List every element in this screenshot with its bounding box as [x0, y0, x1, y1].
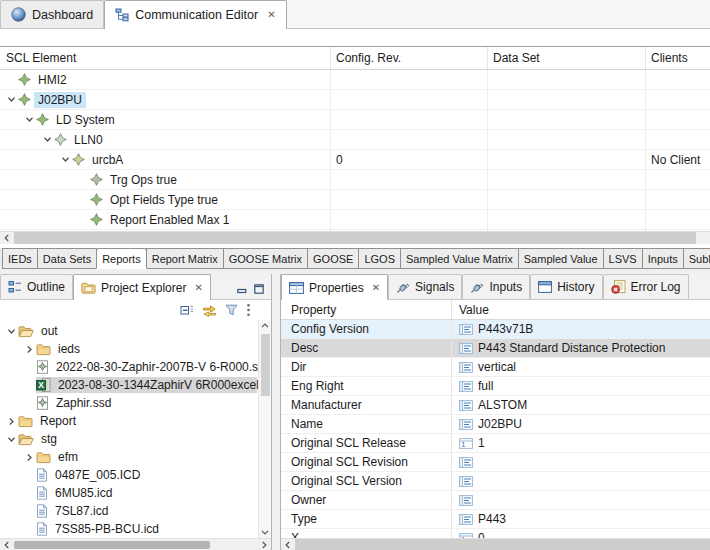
scrollbar-thumb[interactable]	[261, 334, 270, 396]
vertical-sash[interactable]	[272, 274, 280, 550]
editor-tab-communication-editor[interactable]: Communication Editor✕	[104, 0, 286, 29]
expander-icon[interactable]	[4, 326, 18, 337]
scl-table-header: SCL Element Config. Rev. Data Set Client…	[0, 47, 710, 70]
editor-horizontal-scrollbar[interactable]	[0, 231, 710, 244]
property-row-original-scl-release[interactable]: Original SCL Release11	[281, 434, 710, 453]
bottom-tab-reports[interactable]: Reports	[96, 248, 147, 269]
scl-element-cell: LLN0	[0, 130, 330, 149]
properties-tab-label: History	[557, 280, 594, 294]
scroll-left-icon[interactable]	[0, 232, 14, 244]
property-row-dir[interactable]: Dirvertical	[281, 358, 710, 377]
property-row-manufacturer[interactable]: ManufacturerALSTOM	[281, 396, 710, 415]
scrollbar-thumb[interactable]	[14, 232, 696, 244]
minimize-icon[interactable]	[237, 284, 247, 294]
tree-item-2023-08-30-1344zaphirv-6r000excell[interactable]: X2023-08-30-1344ZaphirV 6R000excell	[0, 376, 271, 394]
tree-item-report[interactable]: Report	[0, 412, 271, 430]
bottom-tab-lgos[interactable]: LGOS	[358, 248, 401, 269]
scroll-right-icon[interactable]	[257, 541, 271, 549]
tree-item-zaphir-ssd[interactable]: Zaphir.ssd	[0, 394, 271, 412]
properties-tab-history[interactable]: History	[530, 274, 602, 299]
tree-item-efm[interactable]: efm	[0, 448, 271, 466]
property-row-config-version[interactable]: Config VersionP443v71B	[281, 320, 710, 339]
bottom-tab-ieds[interactable]: IEDs	[2, 248, 38, 269]
bottom-tab-sampled-value[interactable]: Sampled Value	[518, 248, 604, 269]
property-row-name[interactable]: NameJ02BPU	[281, 415, 710, 434]
bottom-tab-lsvs[interactable]: LSVS	[603, 248, 643, 269]
properties-tab-signals[interactable]: Signals	[388, 274, 462, 299]
explorer-tab-outline[interactable]: Outline	[0, 274, 73, 299]
close-icon[interactable]: ✕	[267, 10, 275, 20]
tree-row-opt-fields-type-true[interactable]: Opt Fields Type true	[0, 190, 710, 210]
excel-file-icon: X	[36, 378, 51, 392]
bottom-tab-goose-matrix[interactable]: GOOSE Matrix	[223, 248, 308, 269]
tree-item-stg[interactable]: stg	[0, 430, 271, 448]
filter-icon[interactable]	[225, 304, 238, 316]
explorer-vertical-scrollbar[interactable]	[258, 320, 271, 538]
property-row-owner[interactable]: Owner	[281, 491, 710, 510]
property-row-x[interactable]: X10	[281, 529, 710, 538]
bottom-tab-subnet[interactable]: SubNet	[683, 248, 710, 269]
scroll-left-icon[interactable]	[0, 541, 14, 549]
tree-row-trg-ops-true[interactable]: Trg Ops true	[0, 170, 710, 190]
tree-row-lln0[interactable]: LLN0	[0, 130, 710, 150]
tree-item-0487e-005-icd[interactable]: 0487E_005.ICD	[0, 466, 271, 484]
column-header-data-set[interactable]: Data Set	[487, 47, 645, 69]
tree-row-j02bpu[interactable]: J02BPU	[0, 90, 710, 110]
expander-icon[interactable]	[4, 416, 18, 427]
expander-icon[interactable]	[22, 114, 36, 125]
svg-text:X: X	[38, 380, 44, 390]
tree-row-hmi2[interactable]: HMI2	[0, 70, 710, 90]
column-header-clients[interactable]: Clients	[645, 47, 710, 69]
expander-icon[interactable]	[4, 94, 18, 105]
property-row-type[interactable]: TypeP443	[281, 510, 710, 529]
scroll-up-icon[interactable]	[258, 320, 271, 332]
column-header-config-rev[interactable]: Config. Rev.	[330, 47, 487, 69]
property-row-eng-right[interactable]: Eng Rightfull	[281, 377, 710, 396]
tree-item-7sl87-icd[interactable]: 7SL87.icd	[0, 502, 271, 520]
bottom-tab-goose[interactable]: GOOSE	[307, 248, 359, 269]
properties-tab-error-log[interactable]: Error Log	[603, 274, 689, 299]
bottom-tab-data-sets[interactable]: Data Sets	[37, 248, 97, 269]
scrollbar-track[interactable]	[261, 332, 270, 526]
expander-icon[interactable]	[22, 452, 36, 463]
explorer-horizontal-scrollbar[interactable]	[0, 538, 271, 550]
maximize-icon[interactable]	[254, 284, 264, 294]
tree-item-6mu85-icd[interactable]: 6MU85.icd	[0, 484, 271, 502]
tree-row-urcba[interactable]: urcbA0No Client	[0, 150, 710, 170]
scrollbar-thumb[interactable]	[295, 539, 710, 550]
column-header-property[interactable]: Property	[281, 303, 451, 317]
scrollbar-thumb[interactable]	[14, 541, 210, 549]
close-icon[interactable]: ✕	[194, 283, 202, 293]
tree-item-2022-08-30-zaphir-2007b-v-6-r000-sc[interactable]: 2022-08-30-Zaphir-2007B-V 6-R000.sc	[0, 358, 271, 376]
properties-horizontal-scrollbar[interactable]	[281, 538, 710, 550]
property-row-original-scl-version[interactable]: Original SCL Version	[281, 472, 710, 491]
scroll-left-icon[interactable]	[281, 541, 295, 549]
bottom-tab-report-matrix[interactable]: Report Matrix	[146, 248, 224, 269]
tree-item-7ss85-pb-bcu-icd[interactable]: 7SS85-PB-BCU.icd	[0, 520, 271, 538]
expander-icon[interactable]	[4, 434, 18, 445]
close-icon[interactable]: ✕	[372, 283, 380, 293]
tree-item-out[interactable]: out	[0, 322, 271, 340]
link-editor-icon[interactable]	[202, 304, 217, 317]
property-value: J02BPU	[478, 417, 522, 431]
explorer-tab-project-explorer[interactable]: Project Explorer✕	[73, 274, 211, 300]
property-row-original-scl-revision[interactable]: Original SCL Revision	[281, 453, 710, 472]
property-row-desc[interactable]: DescP443 Standard Distance Protection	[281, 339, 710, 358]
expander-icon[interactable]	[22, 344, 36, 355]
expander-icon[interactable]	[58, 154, 72, 165]
editor-tab-dashboard[interactable]: Dashboard	[0, 0, 104, 28]
properties-tab-properties[interactable]: Properties✕	[281, 274, 388, 300]
expander-icon[interactable]	[40, 134, 54, 145]
bottom-tab-inputs[interactable]: Inputs	[642, 248, 684, 269]
tree-row-report-enabled-max-1[interactable]: Report Enabled Max 1	[0, 210, 710, 230]
tree-item-ieds[interactable]: ieds	[0, 340, 271, 358]
column-header-value[interactable]: Value	[451, 300, 710, 319]
view-menu-icon[interactable]	[246, 303, 251, 317]
tree-row-ld-system[interactable]: LD System	[0, 110, 710, 130]
bottom-tab-sampled-value-matrix[interactable]: Sampled Value Matrix	[400, 248, 519, 269]
properties-tab-inputs[interactable]: Inputs	[462, 274, 530, 299]
dashboard-icon	[11, 7, 26, 22]
scroll-down-icon[interactable]	[258, 526, 271, 538]
column-header-scl-element[interactable]: SCL Element	[0, 47, 330, 69]
collapse-all-icon[interactable]	[180, 303, 194, 317]
